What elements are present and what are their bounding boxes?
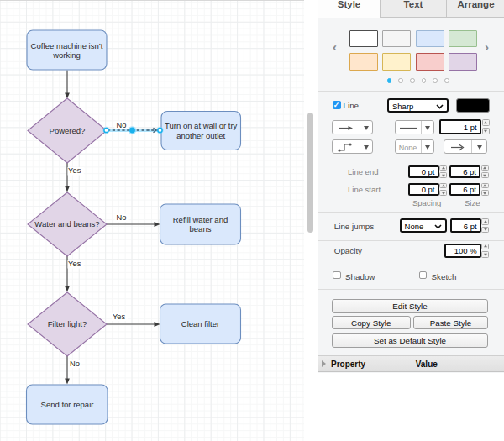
svg-text:No: No bbox=[117, 121, 127, 129]
svg-text:beans: beans bbox=[190, 224, 212, 234]
svg-text:Send for repair: Send for repair bbox=[41, 400, 94, 409]
svg-text:Yes: Yes bbox=[68, 166, 81, 175]
svg-text:Refill water and: Refill water and bbox=[173, 215, 228, 224]
svg-text:No: No bbox=[70, 360, 80, 368]
svg-text:Water and beans?: Water and beans? bbox=[34, 219, 99, 228]
svg-text:No: No bbox=[117, 213, 127, 222]
svg-text:Coffee machine isn’t: Coffee machine isn’t bbox=[31, 41, 103, 50]
svg-text:Turn on at wall or try: Turn on at wall or try bbox=[165, 121, 237, 130]
svg-text:another outlet: another outlet bbox=[176, 131, 225, 140]
svg-text:Yes: Yes bbox=[68, 260, 81, 268]
svg-text:Clean filter: Clean filter bbox=[181, 319, 219, 328]
svg-text:Powered?: Powered? bbox=[50, 126, 86, 135]
svg-text:Yes: Yes bbox=[113, 312, 126, 321]
svg-text:working: working bbox=[52, 50, 81, 60]
svg-text:Filter light?: Filter light? bbox=[48, 319, 87, 328]
